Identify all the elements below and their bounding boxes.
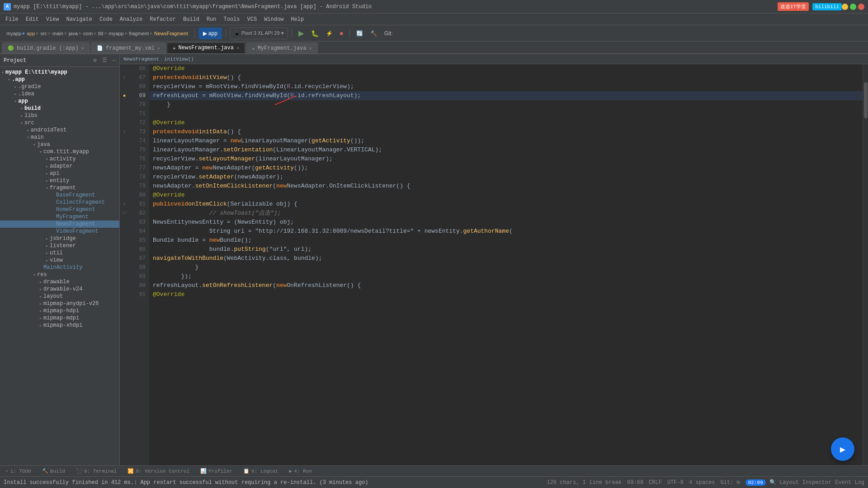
- run-button[interactable]: ▶: [296, 28, 307, 39]
- device-selector[interactable]: 📱 Pixel 3 XL API 29 ▾: [230, 28, 288, 39]
- tree-item[interactable]: ▸libs: [0, 112, 119, 119]
- tree-item[interactable]: ▸view: [0, 257, 119, 264]
- scrollbar-thumb[interactable]: [864, 82, 868, 118]
- tree-item[interactable]: ▾.app: [0, 76, 119, 83]
- status-crlf[interactable]: CRLF: [649, 479, 662, 486]
- code-line[interactable]: recyclerView.setAdapter(newsAdapter);: [149, 173, 863, 182]
- stop-button[interactable]: ■: [337, 28, 346, 39]
- status-line-info[interactable]: 126 chars, 1 line break: [547, 479, 622, 486]
- code-line[interactable]: linearLayoutManager.setOrientation(Linea…: [149, 145, 863, 155]
- tool-tab-profiler[interactable]: 📊 Profiler: [198, 467, 234, 475]
- tree-item[interactable]: NewsFragment: [0, 221, 119, 228]
- code-line[interactable]: recyclerView = mRootView.findViewById(R.…: [149, 82, 863, 91]
- code-line[interactable]: NewsEntity newsEntity = (NewsEntity) obj…: [149, 218, 863, 227]
- tab-close-build[interactable]: ✕: [81, 46, 84, 51]
- code-line[interactable]: newsAdapter.setOnItemClickListener(new N…: [149, 182, 863, 191]
- sidebar-collapse-icon[interactable]: —: [113, 57, 116, 64]
- tab-build-gradle[interactable]: 🟢 build.gradle (:app) ✕: [2, 42, 90, 53]
- status-git[interactable]: Git: m: [721, 479, 740, 486]
- tool-tab-todo[interactable]: ✓ 1: TODO: [4, 467, 33, 475]
- tree-item[interactable]: ▾res: [0, 271, 119, 278]
- code-line[interactable]: @Override: [149, 191, 863, 200]
- tree-item[interactable]: ▸api: [0, 170, 119, 177]
- tree-item[interactable]: ▾build: [0, 105, 119, 112]
- tree-item[interactable]: ▸jsbridge: [0, 235, 119, 242]
- tree-item[interactable]: ▾src: [0, 119, 119, 127]
- git-button[interactable]: Git:: [382, 28, 396, 39]
- menu-edit[interactable]: Edit: [22, 15, 42, 23]
- tree-item[interactable]: ▸.gradle: [0, 83, 119, 90]
- menu-view[interactable]: View: [42, 15, 63, 23]
- tree-item[interactable]: ▸entity: [0, 177, 119, 184]
- floating-play-button[interactable]: ▶: [831, 437, 854, 461]
- code-line[interactable]: public void onItemClick(Serializable obj…: [149, 200, 863, 209]
- code-line[interactable]: refreshLayout = mRootView.findViewById(R…: [149, 91, 863, 100]
- tool-tab-run[interactable]: ▶ 4: Run: [288, 467, 314, 475]
- project-nav-button[interactable]: myapp ▸ app ▸ src ▸ main ▸ java ▸ com ▸ …: [4, 28, 191, 39]
- tree-item[interactable]: ▸adapter: [0, 163, 119, 170]
- tree-item[interactable]: BaseFragment: [0, 192, 119, 199]
- tree-item[interactable]: ▾com.ttit.myapp: [0, 148, 119, 155]
- code-line[interactable]: navigateToWithBundle(WebActivity.class, …: [149, 254, 863, 263]
- code-line[interactable]: protected void initData() {: [149, 127, 863, 136]
- status-charset[interactable]: UTF-8: [667, 479, 684, 486]
- tree-item[interactable]: ▸androidTest: [0, 127, 119, 134]
- menu-analyze[interactable]: Analyze: [116, 15, 146, 23]
- tool-tab-build[interactable]: 🔨 Build: [40, 467, 67, 475]
- tab-close-news-fragment[interactable]: ✕: [236, 45, 239, 51]
- menu-tools[interactable]: Tools: [220, 15, 244, 23]
- tree-item[interactable]: ▾myapp E:\ttit\myapp: [0, 69, 119, 76]
- menu-refactor[interactable]: Refactor: [146, 15, 179, 23]
- menu-window[interactable]: Window: [260, 15, 287, 23]
- tree-item[interactable]: ▾app: [0, 98, 119, 105]
- code-line[interactable]: newsAdapter = new NewsAdapter(getActivit…: [149, 164, 863, 173]
- status-clock[interactable]: 02:09: [745, 479, 766, 486]
- menu-code[interactable]: Code: [96, 15, 116, 23]
- status-spaces[interactable]: 4 spaces: [689, 479, 715, 486]
- code-line[interactable]: }: [149, 100, 863, 109]
- maximize-button[interactable]: [850, 4, 856, 10]
- tree-item[interactable]: ▸drawable: [0, 278, 119, 286]
- menu-run[interactable]: Run: [203, 15, 220, 23]
- code-line[interactable]: @Override: [149, 290, 863, 299]
- tree-item[interactable]: ▾main: [0, 134, 119, 141]
- tree-item[interactable]: VideoFragment: [0, 228, 119, 235]
- code-line[interactable]: recyclerView.setLayoutManager(linearLayo…: [149, 155, 863, 164]
- tool-tab-logcat[interactable]: 📋 6: Logcat: [241, 467, 280, 475]
- menu-file[interactable]: File: [2, 15, 22, 23]
- code-editor[interactable]: @Override protected void initView() { re…: [149, 64, 863, 465]
- tree-item[interactable]: ▾java: [0, 141, 119, 148]
- sidebar-gear-icon[interactable]: ⚙: [94, 57, 97, 64]
- tree-item[interactable]: ▸.idea: [0, 90, 119, 98]
- tree-item[interactable]: ▸mipmap-xhdpi: [0, 322, 119, 329]
- tool-tab-version-control[interactable]: 🔀 9: Version Control: [126, 467, 191, 475]
- tab-close-my-fragment[interactable]: ✕: [309, 46, 312, 51]
- tree-item[interactable]: ▸mipmap-mdpi: [0, 314, 119, 322]
- code-line[interactable]: String url = "http://192.168.31.32:8089/…: [149, 227, 863, 236]
- code-container[interactable]: ↑●↑↑// 666768697071727374757677787980818…: [120, 64, 868, 465]
- code-line[interactable]: // showToast("点击");: [149, 209, 863, 218]
- tree-item[interactable]: CollectFragment: [0, 199, 119, 206]
- code-line[interactable]: Bundle bundle = new Bundle();: [149, 236, 863, 245]
- code-line[interactable]: }: [149, 263, 863, 272]
- minimize-button[interactable]: [842, 4, 848, 10]
- tab-news-fragment[interactable]: ☕ NewsFragment.java ✕: [167, 42, 245, 53]
- breadcrumb-init-view[interactable]: initView(): [164, 56, 194, 62]
- close-button[interactable]: [858, 4, 864, 10]
- tree-item[interactable]: ▸listener: [0, 242, 119, 249]
- breadcrumb-news-fragment[interactable]: NewsFragment: [123, 56, 159, 62]
- debug-button[interactable]: 🐛: [308, 28, 321, 39]
- code-line[interactable]: protected void initView() {: [149, 73, 863, 82]
- tree-item[interactable]: ▸mipmap-hdpi: [0, 307, 119, 314]
- tree-item[interactable]: ▸layout: [0, 293, 119, 300]
- tree-item[interactable]: ▸util: [0, 249, 119, 257]
- code-line[interactable]: bundle.putString("url", url);: [149, 245, 863, 254]
- tool-tab-terminal[interactable]: ⬛ 9: Terminal: [74, 467, 119, 475]
- code-line[interactable]: refreshLayout.setOnRefreshListener(new O…: [149, 281, 863, 290]
- window-controls[interactable]: [842, 4, 864, 10]
- code-line[interactable]: [149, 109, 863, 118]
- tree-item[interactable]: MainActivity: [0, 264, 119, 271]
- tree-item[interactable]: HomeFragment: [0, 206, 119, 213]
- status-inspector[interactable]: 🔍 Layout Inspector: [769, 479, 831, 486]
- menu-navigate[interactable]: Navigate: [62, 15, 96, 23]
